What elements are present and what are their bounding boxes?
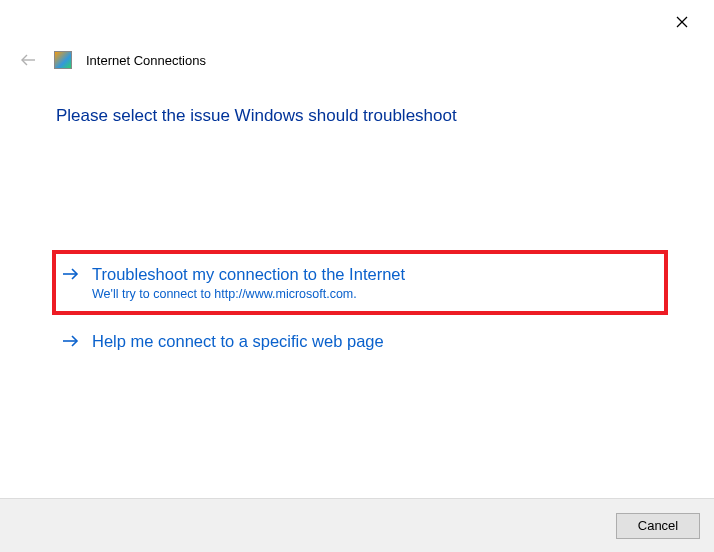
arrow-right-icon bbox=[62, 267, 80, 281]
close-button[interactable] bbox=[672, 12, 692, 32]
back-arrow-icon bbox=[19, 51, 37, 69]
wizard-header: Internet Connections bbox=[16, 48, 694, 72]
option-title: Troubleshoot my connection to the Intern… bbox=[92, 264, 660, 285]
option-desc: We'll try to connect to http://www.micro… bbox=[92, 287, 660, 301]
cancel-button[interactable]: Cancel bbox=[616, 513, 700, 539]
close-icon bbox=[676, 16, 688, 28]
wizard-icon bbox=[54, 51, 72, 69]
page-heading: Please select the issue Windows should t… bbox=[56, 106, 664, 126]
back-button[interactable] bbox=[16, 48, 40, 72]
option-list: Troubleshoot my connection to the Intern… bbox=[56, 250, 664, 361]
wizard-content: Please select the issue Windows should t… bbox=[56, 106, 664, 361]
arrow-right-icon bbox=[62, 334, 80, 348]
wizard-footer: Cancel bbox=[0, 498, 714, 552]
option-title: Help me connect to a specific web page bbox=[92, 331, 660, 352]
option-troubleshoot-internet[interactable]: Troubleshoot my connection to the Intern… bbox=[52, 250, 668, 315]
wizard-title: Internet Connections bbox=[86, 53, 206, 68]
option-specific-web-page[interactable]: Help me connect to a specific web page bbox=[56, 321, 664, 362]
